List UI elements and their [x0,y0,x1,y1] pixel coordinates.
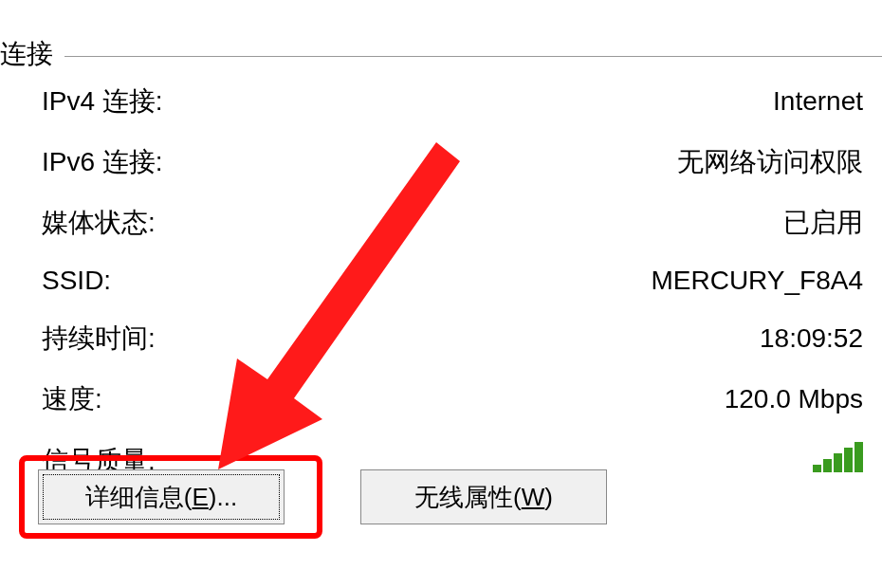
signal-bars-icon [813,442,863,472]
ipv4-label: IPv4 连接: [42,83,163,119]
duration-value: 18:09:52 [760,323,863,354]
media-state-label: 媒体状态: [42,205,156,241]
section-divider [64,56,882,57]
media-state-row: 媒体状态: 已启用 [42,205,863,241]
ipv6-row: IPv6 连接: 无网络访问权限 [42,144,863,180]
duration-row: 持续时间: 18:09:52 [42,321,863,357]
button-row: 详细信息(E)... 无线属性(W) [38,469,607,524]
ipv4-value: Internet [773,86,863,117]
speed-label: 速度: [42,381,102,417]
details-button[interactable]: 详细信息(E)... [38,469,285,524]
ssid-value: MERCURY_F8A4 [651,266,863,296]
speed-row: 速度: 120.0 Mbps [42,381,863,417]
speed-value: 120.0 Mbps [725,384,863,414]
ipv4-row: IPv4 连接: Internet [42,83,863,119]
wireless-properties-button[interactable]: 无线属性(W) [360,469,607,524]
connection-info-list: IPv4 连接: Internet IPv6 连接: 无网络访问权限 媒体状态:… [42,83,863,504]
section-title: 连接 [0,36,64,72]
section-header: 连接 [0,36,882,72]
ipv6-value: 无网络访问权限 [677,144,863,180]
ssid-row: SSID: MERCURY_F8A4 [42,266,863,296]
ipv6-label: IPv6 连接: [42,144,163,180]
media-state-value: 已启用 [783,205,863,241]
duration-label: 持续时间: [42,321,156,357]
signal-quality-value [813,442,863,479]
ssid-label: SSID: [42,266,111,296]
